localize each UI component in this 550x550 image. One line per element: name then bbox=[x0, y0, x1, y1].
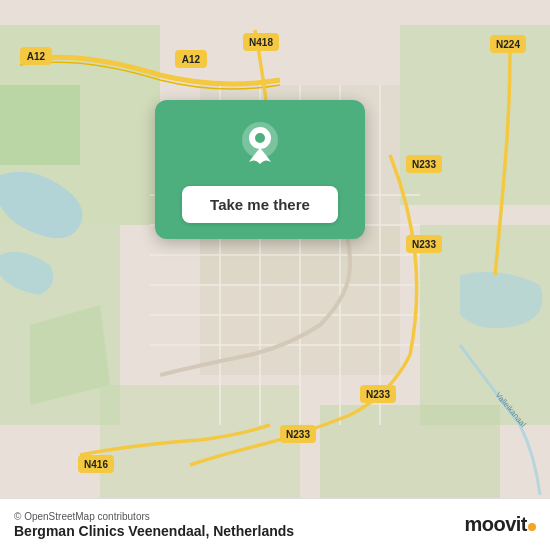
moovit-brand-text: moovit bbox=[464, 513, 536, 536]
svg-text:N233: N233 bbox=[286, 429, 310, 440]
moovit-label: moovit bbox=[464, 513, 527, 535]
moovit-logo: moovit bbox=[464, 513, 536, 536]
svg-text:N418: N418 bbox=[249, 37, 273, 48]
svg-rect-5 bbox=[400, 25, 550, 205]
svg-text:N233: N233 bbox=[412, 239, 436, 250]
map-svg: A12 A12 N418 N233 N233 N233 N233 N416 N2… bbox=[0, 0, 550, 550]
svg-text:N416: N416 bbox=[84, 459, 108, 470]
svg-point-43 bbox=[255, 133, 265, 143]
take-me-there-button[interactable]: Take me there bbox=[182, 186, 338, 223]
bottom-bar: © OpenStreetMap contributors Bergman Cli… bbox=[0, 498, 550, 550]
osm-attribution: © OpenStreetMap contributors bbox=[14, 511, 294, 522]
svg-text:A12: A12 bbox=[27, 51, 46, 62]
bottom-left-info: © OpenStreetMap contributors Bergman Cli… bbox=[14, 511, 294, 539]
map-container: A12 A12 N418 N233 N233 N233 N233 N416 N2… bbox=[0, 0, 550, 550]
svg-text:N233: N233 bbox=[412, 159, 436, 170]
svg-rect-3 bbox=[0, 85, 80, 165]
location-pin-icon bbox=[233, 118, 287, 172]
svg-text:N233: N233 bbox=[366, 389, 390, 400]
svg-text:A12: A12 bbox=[182, 54, 201, 65]
location-name: Bergman Clinics Veenendaal, Netherlands bbox=[14, 523, 294, 539]
popup-card[interactable]: Take me there bbox=[155, 100, 365, 239]
moovit-dot bbox=[528, 523, 536, 531]
svg-text:N224: N224 bbox=[496, 39, 520, 50]
